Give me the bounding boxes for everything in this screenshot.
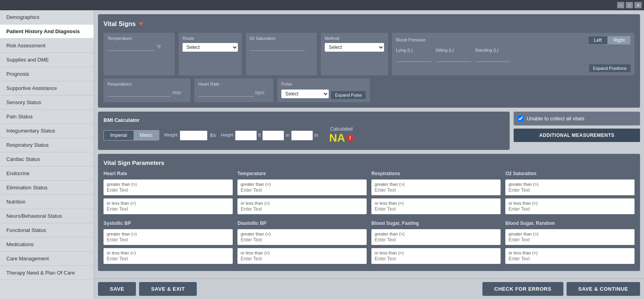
param-label-o2-saturation: O2 Saturation bbox=[505, 171, 635, 176]
param-group-blood-sugar-random: Blood Sugar, Randomgreater than (>)or le… bbox=[505, 221, 635, 265]
weight-input[interactable] bbox=[180, 131, 207, 140]
maximize-button[interactable]: □ bbox=[626, 2, 633, 8]
param-less-input-temperature[interactable] bbox=[241, 206, 363, 212]
heart-icon: ♥ bbox=[139, 20, 143, 28]
heart-rate-input[interactable] bbox=[198, 89, 254, 97]
param-greater-input-heart-rate[interactable] bbox=[107, 187, 230, 193]
bmi-warning-icon: ! bbox=[346, 135, 354, 142]
param-greater-condition-heart-rate: greater than (>) bbox=[107, 182, 230, 187]
height-in-unit: in bbox=[286, 133, 289, 138]
sidebar-item-pain-status[interactable]: Pain Status bbox=[0, 110, 94, 124]
method-label: Method bbox=[325, 36, 384, 41]
param-greater-condition-o2-saturation: greater than (>) bbox=[508, 182, 631, 187]
respirations-label: Respirations bbox=[107, 82, 186, 86]
bp-standing-input[interactable] bbox=[475, 54, 510, 62]
param-greater-condition-blood-sugar-fasting: greater than (>) bbox=[375, 232, 497, 236]
param-greater-input-respirations[interactable] bbox=[375, 187, 497, 193]
sidebar-item-respiratory-status[interactable]: Respiratory Status bbox=[0, 138, 94, 152]
method-select[interactable]: Select Pulse Oximetry ABG bbox=[325, 43, 384, 52]
height-ft-input[interactable] bbox=[235, 131, 257, 140]
respirations-group: Respirations /min bbox=[104, 78, 190, 102]
bmi-calculator-card: BMI Calculator Imperial Metric Weight lb… bbox=[98, 112, 510, 150]
pulse-label: Pulse bbox=[281, 82, 366, 86]
height-in2-input[interactable] bbox=[291, 131, 313, 140]
footer: SAVE SAVE & EXIT CHECK FOR ERRORS SAVE &… bbox=[94, 278, 644, 299]
sidebar-item-demographics[interactable]: Demographics bbox=[0, 10, 94, 24]
save-exit-button[interactable]: SAVE & EXIT bbox=[139, 282, 196, 296]
bmi-na-text: NA bbox=[329, 132, 345, 144]
pulse-select[interactable]: Select Regular Irregular bbox=[281, 90, 329, 98]
expand-pulse-button[interactable]: Expand Pulse bbox=[331, 91, 366, 99]
vital-sign-parameters-card: Vital Sign Parameters Heart Rategreater … bbox=[98, 154, 640, 271]
save-continue-button[interactable]: SAVE & CONTINUE bbox=[567, 282, 640, 296]
respirations-input[interactable] bbox=[107, 89, 171, 97]
sidebar-item-patient-history[interactable]: Patient History And Diagnosis bbox=[0, 24, 94, 39]
method-group: Method Select Pulse Oximetry ABG bbox=[321, 33, 388, 75]
param-less-input-blood-sugar-fasting[interactable] bbox=[375, 256, 497, 262]
bmi-title: BMI Calculator bbox=[104, 117, 504, 123]
height-label: Height bbox=[221, 133, 233, 137]
bp-right-tab[interactable]: Right bbox=[608, 36, 631, 45]
sidebar-item-endocrine[interactable]: Endocrine bbox=[0, 166, 94, 181]
param-less-field-blood-sugar-random: or less than (<) bbox=[505, 248, 635, 264]
sidebar-item-supportive-assistance[interactable]: Supportive Assistance bbox=[0, 81, 94, 95]
sidebar-item-sensory-status[interactable]: Sensory Status bbox=[0, 95, 94, 110]
param-greater-condition-temperature: greater than (>) bbox=[241, 182, 363, 187]
temperature-input[interactable] bbox=[107, 43, 155, 51]
o2-saturation-input[interactable] bbox=[250, 43, 305, 51]
param-greater-input-systolic-bp[interactable] bbox=[107, 237, 230, 243]
additional-measurements-button[interactable]: ADDITIONAL MEASUREMENTS bbox=[514, 129, 640, 142]
imperial-button[interactable]: Imperial bbox=[104, 131, 134, 140]
bp-sitting-input[interactable] bbox=[435, 54, 471, 62]
param-group-systolic-bp: Systollic BPgreater than (>)or less than… bbox=[104, 221, 233, 265]
param-greater-field-blood-sugar-random: greater than (>) bbox=[505, 229, 635, 245]
param-group-diastolic-bp: Diastollic BPgreater than (>)or less tha… bbox=[237, 221, 367, 265]
route-label: Route bbox=[183, 36, 238, 41]
bp-sitting-label: Sitting (L) bbox=[435, 48, 471, 52]
close-button[interactable]: ✕ bbox=[635, 2, 642, 8]
param-less-input-blood-sugar-random[interactable] bbox=[508, 256, 631, 262]
param-less-input-heart-rate[interactable] bbox=[107, 206, 230, 212]
param-less-input-respirations[interactable] bbox=[375, 206, 497, 212]
param-label-blood-sugar-random: Blood Sugar, Random bbox=[505, 221, 635, 226]
bp-lying: Lying (L) bbox=[396, 48, 431, 62]
metric-button[interactable]: Metric bbox=[134, 131, 159, 140]
param-greater-input-blood-sugar-random[interactable] bbox=[508, 237, 631, 243]
sidebar-item-neuro-behavioral[interactable]: Neuro/Behavioral Status bbox=[0, 209, 94, 223]
sidebar-item-cardiac-status[interactable]: Cardiac Status bbox=[0, 152, 94, 166]
bp-lying-input[interactable] bbox=[396, 54, 431, 62]
param-less-input-diastolic-bp[interactable] bbox=[241, 256, 363, 262]
sidebar-item-prognosis[interactable]: Prognosis bbox=[0, 67, 94, 81]
minimize-button[interactable]: ─ bbox=[617, 2, 624, 8]
param-less-condition-diastolic-bp: or less than (<) bbox=[241, 250, 363, 255]
temperature-group: Temperature °F bbox=[104, 33, 175, 75]
sidebar-item-elimination-status[interactable]: Elimination Status bbox=[0, 181, 94, 195]
unable-vitals-checkbox[interactable] bbox=[518, 116, 523, 121]
bp-standing-label: Standing (L) bbox=[475, 48, 510, 52]
sidebar-item-functional-status[interactable]: Functional Status bbox=[0, 223, 94, 237]
route-select[interactable]: Select Oral Tympanic Axillary Rectal bbox=[183, 43, 238, 52]
bp-left-tab[interactable]: Left bbox=[588, 36, 608, 45]
expand-positions-button[interactable]: Expand Positions bbox=[589, 64, 631, 72]
param-less-input-o2-saturation[interactable] bbox=[508, 206, 631, 212]
param-greater-input-temperature[interactable] bbox=[241, 187, 363, 193]
bp-tabs: Left Right bbox=[588, 36, 631, 45]
sidebar-item-therapy-need[interactable]: Therapy Need & Plan Of Care bbox=[0, 266, 94, 280]
param-less-input-systolic-bp[interactable] bbox=[107, 256, 230, 262]
sidebar-item-risk-assessment[interactable]: Risk Assessment bbox=[0, 39, 94, 53]
sidebar-item-integumentary-status[interactable]: Integumentary Status bbox=[0, 124, 94, 138]
save-button[interactable]: SAVE bbox=[98, 282, 136, 296]
sidebar-item-nutrition[interactable]: Nutrition bbox=[0, 195, 94, 209]
sidebar-item-medications[interactable]: Medications bbox=[0, 237, 94, 252]
param-greater-input-diastolic-bp[interactable] bbox=[241, 237, 363, 243]
check-errors-button[interactable]: CHECK FOR ERRORS bbox=[482, 282, 563, 296]
param-greater-input-o2-saturation[interactable] bbox=[508, 187, 631, 193]
sidebar-item-supplies-dme[interactable]: Supplies and DME bbox=[0, 53, 94, 67]
height-in-input[interactable] bbox=[262, 131, 284, 140]
vital-signs-label: Vital Signs bbox=[104, 21, 136, 28]
window-chrome: ─ □ ✕ bbox=[0, 0, 644, 10]
sidebar-item-care-management[interactable]: Care Management bbox=[0, 252, 94, 266]
bmi-value: NA ! bbox=[329, 132, 354, 144]
param-group-respirations: Respirationsgreater than (>)or less than… bbox=[371, 171, 501, 216]
param-greater-input-blood-sugar-fasting[interactable] bbox=[375, 237, 497, 243]
